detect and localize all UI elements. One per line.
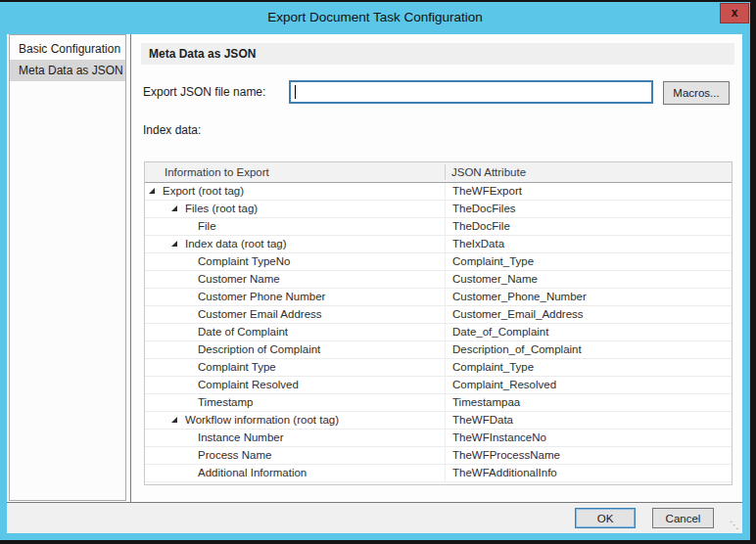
cell-information-to-export: Date of Complaint — [198, 324, 288, 340]
tree-expander-icon[interactable] — [171, 241, 177, 247]
cell-json-attribute: TheWFAdditionalInfo — [445, 465, 557, 481]
ok-button[interactable]: OK — [575, 508, 636, 528]
close-icon: x — [732, 6, 738, 20]
cell-information-to-export: Timestamp — [198, 394, 253, 411]
resize-grip-icon[interactable]: ⋱ — [730, 521, 739, 530]
sidebar-item-basic-configuration[interactable]: Basic Configuration — [10, 38, 125, 60]
cell-information-to-export: Export (root tag) — [163, 183, 244, 200]
cell-json-attribute: Complaint_Type — [445, 359, 534, 376]
table-row[interactable]: FileTheDocFile — [145, 218, 732, 236]
table-row[interactable]: Export (root tag)TheWFExport — [145, 183, 732, 201]
cell-json-attribute: Complaint_Type — [445, 253, 534, 270]
cell-json-attribute: Complaint_Resolved — [445, 377, 556, 393]
cell-json-attribute: Description_of_Complaint — [445, 341, 582, 358]
table-row[interactable]: Additional InformationTheWFAdditionalInf… — [145, 465, 732, 482]
cell-json-attribute: TheWFInstanceNo — [445, 430, 546, 446]
cancel-button[interactable]: Cancel — [652, 508, 714, 528]
table-row[interactable]: Index data (root tag)TheIxData — [145, 236, 732, 253]
cell-json-attribute: TheIxData — [445, 236, 504, 252]
background-bottom-strip — [0, 540, 756, 544]
titlebar[interactable]: Export Document Task Configuration — [0, 2, 750, 34]
table-row[interactable]: Customer NameCustomer_Name — [145, 271, 732, 289]
table-row[interactable]: Process NameTheWFProcessName — [145, 447, 732, 465]
table-row[interactable]: Customer Phone NumberCustomer_Phone_Numb… — [145, 289, 732, 306]
background-right-strip — [750, 0, 756, 544]
macros-button[interactable]: Macros... — [663, 81, 730, 105]
table-body: Export (root tag)TheWFExportFiles (root … — [145, 183, 732, 482]
tree-expander-icon[interactable] — [171, 417, 177, 423]
tree-expander-icon[interactable] — [149, 188, 155, 194]
background-top-strip — [0, 0, 756, 2]
cell-information-to-export: Customer Phone Number — [198, 289, 325, 305]
cell-information-to-export: Additional Information — [198, 465, 307, 481]
table-row[interactable]: Date of ComplaintDate_of_Complaint — [145, 324, 732, 341]
index-data-label: Index data: — [143, 123, 201, 137]
cell-information-to-export: Instance Number — [198, 430, 284, 446]
config-section-list: Basic ConfigurationMeta Data as JSON — [9, 34, 126, 501]
export-json-file-name-label: Export JSON file name: — [143, 80, 265, 104]
cell-json-attribute: TheWFExport — [445, 183, 522, 200]
cell-information-to-export: Files (root tag) — [185, 201, 258, 217]
cell-json-attribute: Timestampaa — [445, 394, 520, 411]
export-json-file-name-wrap — [289, 80, 653, 104]
export-json-file-name-input[interactable] — [289, 80, 653, 104]
text-caret — [295, 85, 296, 99]
cell-json-attribute: Customer_Name — [445, 271, 538, 288]
cell-json-attribute: Customer_Email_Address — [445, 306, 584, 323]
cell-json-attribute: TheWFProcessName — [445, 447, 560, 464]
close-button[interactable]: x — [720, 3, 749, 23]
cell-json-attribute: TheDocFile — [445, 218, 510, 235]
table-row[interactable]: Complaint TypeComplaint_Type — [145, 359, 732, 377]
section-header: Meta Data as JSON — [141, 43, 734, 65]
table-row[interactable]: Complaint TypeNoComplaint_Type — [145, 253, 732, 271]
cell-information-to-export: Description of Complaint — [198, 341, 320, 358]
column-divider[interactable] — [445, 164, 446, 180]
cell-information-to-export: Customer Name — [198, 271, 280, 288]
table-row[interactable]: Instance NumberTheWFInstanceNo — [145, 430, 732, 447]
table-row[interactable]: TimestampTimestampaa — [145, 394, 732, 412]
cell-information-to-export: Workflow information (root tag) — [185, 412, 339, 429]
sidebar-item-meta-data-as-json[interactable]: Meta Data as JSON — [10, 60, 125, 81]
cell-json-attribute: Date_of_Complaint — [445, 324, 548, 340]
cell-information-to-export: Complaint TypeNo — [198, 253, 290, 270]
column-header-information-to-export[interactable]: Information to Export — [165, 162, 269, 182]
table-row[interactable]: Customer Email AddressCustomer_Email_Add… — [145, 306, 732, 324]
cell-json-attribute: Customer_Phone_Number — [445, 289, 587, 305]
table-row[interactable]: Complaint ResolvedComplaint_Resolved — [145, 377, 732, 394]
tree-expander-icon[interactable] — [171, 205, 177, 211]
cell-json-attribute: TheDocFiles — [445, 201, 516, 217]
table-header: Information to Export JSON Attribute — [145, 162, 732, 183]
cell-information-to-export: Customer Email Address — [198, 306, 322, 323]
index-data-table: Information to Export JSON Attribute Exp… — [144, 161, 732, 485]
column-header-json-attribute[interactable]: JSON Attribute — [451, 162, 526, 182]
cell-json-attribute: TheWFData — [445, 412, 513, 429]
export-task-dialog: Export Document Task Configuration x Bas… — [0, 2, 750, 540]
cell-information-to-export: Complaint Type — [198, 359, 276, 376]
screen: Export Document Task Configuration x Bas… — [0, 0, 756, 544]
table-row[interactable]: Description of ComplaintDescription_of_C… — [145, 341, 732, 359]
cell-information-to-export: Complaint Resolved — [198, 377, 299, 393]
dialog-title: Export Document Task Configuration — [0, 2, 750, 34]
table-row[interactable]: Workflow information (root tag)TheWFData — [145, 412, 732, 430]
cell-information-to-export: Process Name — [198, 447, 271, 464]
sidebar-main-divider — [130, 34, 131, 502]
cell-information-to-export: File — [198, 218, 216, 235]
table-row[interactable]: Files (root tag)TheDocFiles — [145, 201, 732, 218]
cell-information-to-export: Index data (root tag) — [185, 236, 287, 252]
